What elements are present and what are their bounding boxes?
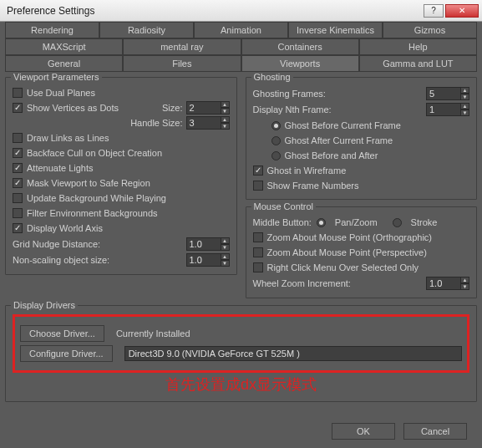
tab-row-1: Rendering Radiosity Animation Inverse Ki… [5,22,477,38]
size-label: Size: [162,103,182,113]
ghnth-up[interactable]: ▲ [461,103,469,109]
updbg-label: Update Background While Playing [27,193,166,203]
stroke-label: Stroke [411,217,438,227]
pan-radio[interactable] [317,218,326,227]
tab-row-2: MAXScript mental ray Containers Help [5,38,477,55]
help-button[interactable]: ? [424,4,444,18]
size-input[interactable] [186,101,221,115]
tab-row-3: General Files Viewports Gamma and LUT [5,55,477,72]
ghframes-input[interactable] [426,87,461,100]
filter-checkbox[interactable] [13,208,23,218]
ghboth-label: Ghost Before and After [285,150,378,160]
world-label: Display World Axis [27,223,103,233]
tab-viewports[interactable]: Viewports [241,55,359,71]
tab-radiosity[interactable]: Radiosity [99,22,194,38]
dualplanes-label: Use Dual Planes [27,88,95,98]
dualplanes-checkbox[interactable] [13,88,23,98]
ortho-checkbox[interactable] [253,232,263,242]
ghframes-up[interactable]: ▲ [461,87,469,94]
tab-animation[interactable]: Animation [194,22,288,38]
stroke-radio[interactable] [393,218,402,227]
driver-field: Direct3D 9.0 (NVIDIA GeForce GT 525M ) [124,346,462,361]
driver-highlight-box: Choose Driver... Currently Installed Con… [13,314,469,373]
tab-maxscript[interactable]: MAXScript [5,38,123,54]
atten-label: Attenuate Lights [27,163,94,173]
grid-up[interactable]: ▲ [221,237,230,244]
wheel-input[interactable] [426,277,461,290]
tab-files[interactable]: Files [123,55,241,71]
wheel-label: Wheel Zoom Increment: [253,278,351,288]
ghnth-input[interactable] [426,103,461,116]
window-title: Preference Settings [3,5,422,17]
ghnum-checkbox[interactable] [253,181,263,191]
ghframes-down[interactable]: ▼ [461,94,469,100]
midbtn-label: Middle Button: [253,217,312,227]
atten-checkbox[interactable] [13,163,23,173]
tab-gamma[interactable]: Gamma and LUT [359,55,477,71]
wheel-up[interactable]: ▲ [461,277,469,283]
wheel-down[interactable]: ▼ [461,283,469,290]
hsize-input[interactable] [186,116,221,130]
tab-help[interactable]: Help [359,38,477,54]
ghafter-radio[interactable] [271,136,281,145]
updbg-checkbox[interactable] [13,193,23,203]
hsize-up[interactable]: ▲ [221,116,230,123]
close-button[interactable]: ✕ [445,4,479,18]
choose-driver-button[interactable]: Choose Driver... [20,325,104,342]
drawlinks-checkbox[interactable] [13,133,23,143]
dd-legend: Display Drivers [11,300,78,310]
installed-label: Currently Installed [116,328,190,339]
rclick-label: Right Click Menu Over Selected Only [267,262,419,272]
persp-label: Zoom About Mouse Point (Perspective) [267,247,427,257]
grid-down[interactable]: ▼ [221,244,230,251]
mc-legend: Mouse Control [251,201,317,211]
backface-label: Backface Cull on Object Creation [27,148,162,158]
size-down[interactable]: ▼ [221,108,230,115]
size-up[interactable]: ▲ [221,101,230,108]
tab-gizmos[interactable]: Gizmos [383,22,477,38]
drawlinks-label: Draw Links as Lines [27,133,109,143]
mask-label: Mask Viewport to Safe Region [27,178,150,188]
tab-ik[interactable]: Inverse Kinematics [288,22,383,38]
ghosting-group: Ghosting Ghosting Frames:▲▼ Display Nth … [246,77,478,200]
hsize-down[interactable]: ▼ [221,123,230,130]
ghwire-checkbox[interactable] [253,165,263,176]
persp-checkbox[interactable] [253,247,263,257]
ghwire-label: Ghost in Wireframe [267,165,347,176]
ghafter-label: Ghost After Current Frame [285,135,393,145]
nonscale-input[interactable] [186,253,221,267]
backface-checkbox[interactable] [13,148,23,158]
mask-checkbox[interactable] [13,178,23,188]
tab-rendering[interactable]: Rendering [5,22,99,38]
ghframes-label: Ghosting Frames: [253,89,326,99]
nonscale-down[interactable]: ▼ [221,260,230,267]
gh-legend: Ghosting [251,72,293,82]
ghbefore-radio[interactable] [271,121,281,130]
rclick-checkbox[interactable] [253,262,263,272]
viewport-parameters-group: Viewport Parameters Use Dual Planes Show… [5,77,237,275]
cancel-button[interactable]: Cancel [403,423,467,440]
ghbefore-label: Ghost Before Current Frame [285,120,401,130]
ok-button[interactable]: OK [332,423,395,440]
display-drivers-group: Display Drivers Choose Driver... Current… [5,305,477,402]
configure-driver-button[interactable]: Configure Driver... [20,345,113,362]
nonscale-up[interactable]: ▲ [221,253,230,260]
grid-input[interactable] [186,237,221,251]
pan-label: Pan/Zoom [335,217,378,227]
vp-legend: Viewport Parameters [11,72,102,82]
ghnth-label: Display Nth Frame: [253,104,332,115]
ghnum-label: Show Frame Numbers [267,181,359,191]
grid-label: Grid Nudge Distance: [13,239,100,249]
ghnth-down[interactable]: ▼ [461,109,469,116]
tab-general[interactable]: General [5,55,123,71]
showverts-checkbox[interactable] [13,103,23,113]
hsize-label: Handle Size: [130,118,182,128]
tab-mentalray[interactable]: mental ray [123,38,241,54]
ghboth-radio[interactable] [271,151,281,160]
mouse-control-group: Mouse Control Middle Button: Pan/Zoom St… [246,206,478,298]
filter-label: Filter Environment Backgrounds [27,208,158,218]
annotation-text: 首先设置成dx显示模式 [13,374,469,395]
world-checkbox[interactable] [13,223,23,233]
ortho-label: Zoom About Mouse Point (Orthographic) [267,232,432,242]
tab-containers[interactable]: Containers [241,38,359,54]
